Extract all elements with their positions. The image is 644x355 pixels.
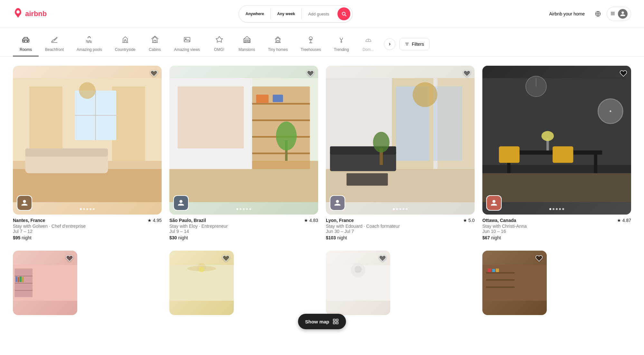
listing-card-5[interactable] <box>13 251 162 315</box>
listing-card-4[interactable]: Ottawa, Canada ★ 4.87 Stay with Christi-… <box>482 66 631 242</box>
svg-rect-81 <box>15 283 33 283</box>
wishlist-button-5[interactable] <box>66 254 73 264</box>
svg-rect-85 <box>20 277 22 282</box>
listing-card-7[interactable] <box>326 251 475 315</box>
svg-point-7 <box>24 41 24 42</box>
category-item-omg[interactable]: OMG! <box>206 32 232 56</box>
svg-rect-101 <box>492 269 495 272</box>
listing-dates-3: Jun 30 – Jul 7 <box>326 229 475 234</box>
airbnb-your-home-button[interactable]: Airbnb your home <box>545 8 589 20</box>
week-segment[interactable]: Any week <box>271 8 302 19</box>
host-avatar-4 <box>486 195 502 211</box>
beachfront-icon <box>51 36 58 45</box>
svg-rect-104 <box>336 319 338 321</box>
listing-location-4: Ottawa, Canada <box>482 218 516 223</box>
svg-rect-17 <box>245 40 246 43</box>
logo-text: airbnb <box>25 10 47 18</box>
listing-photo-4 <box>482 66 631 215</box>
svg-rect-102 <box>496 269 499 272</box>
svg-point-60 <box>413 82 438 107</box>
listing-card-2[interactable]: São Paulo, Brazil ★ 4.83 Stay with Eloy … <box>169 66 318 242</box>
beachfront-label: Beachfront <box>45 47 64 52</box>
search-bar[interactable]: Anywhere Any week Add guests <box>239 5 353 23</box>
listing-image-6 <box>169 251 234 315</box>
category-item-tiny-homes[interactable]: Tiny homes <box>261 32 294 56</box>
category-item-mansions[interactable]: Mansions <box>232 32 261 56</box>
svg-point-14 <box>185 39 186 40</box>
listings-main: Nantes, France ★ 4.95 Stay with Golwen ·… <box>0 57 644 324</box>
trending-icon <box>337 36 345 45</box>
countryside-icon <box>121 36 129 45</box>
listing-host-1: Stay with Golwen · Chef d'entreprise <box>13 224 162 229</box>
header: airbnb Anywhere Any week Add guests Airb… <box>0 0 644 28</box>
listing-location-2: São Paulo, Brazil <box>169 218 206 223</box>
listing-card-8[interactable] <box>482 251 631 315</box>
rooms-label: Rooms <box>20 47 32 52</box>
filters-label: Filters <box>412 42 424 47</box>
svg-rect-86 <box>22 277 24 282</box>
svg-rect-91 <box>169 265 234 301</box>
wishlist-button-2[interactable] <box>307 70 314 79</box>
svg-rect-18 <box>247 40 248 42</box>
svg-rect-49 <box>256 95 269 103</box>
svg-rect-72 <box>499 146 519 163</box>
listing-card-1[interactable]: Nantes, France ★ 4.95 Stay with Golwen ·… <box>13 66 162 242</box>
listing-photo-1 <box>13 66 162 215</box>
listing-photo-2 <box>169 66 318 215</box>
amazing-pools-label: Amazing pools <box>77 47 102 52</box>
category-item-domes[interactable]: Dom... <box>355 32 381 56</box>
listing-image-5 <box>13 251 77 315</box>
category-nav: Rooms Beachfront Amazing pools Countrysi… <box>0 28 644 57</box>
svg-rect-19 <box>249 40 250 43</box>
svg-rect-20 <box>277 41 279 43</box>
host-avatar-3 <box>330 195 345 211</box>
language-button[interactable] <box>592 8 604 20</box>
carousel-dots-1 <box>80 208 95 210</box>
show-map-label: Show map <box>305 319 329 324</box>
listing-card-3[interactable]: Lyon, France ★ 5.0 Stay with Edouard · C… <box>326 66 475 242</box>
svg-rect-13 <box>184 37 190 42</box>
category-item-amazing-pools[interactable]: Amazing pools <box>70 32 109 56</box>
listing-card-6[interactable] <box>169 251 318 315</box>
listing-image-4 <box>482 66 631 215</box>
listing-price-1: $95 night <box>13 235 162 240</box>
search-button[interactable] <box>337 7 350 20</box>
amazing-views-icon <box>183 36 191 45</box>
host-avatar-1 <box>17 195 32 211</box>
wishlist-button-7[interactable] <box>379 254 386 264</box>
category-item-trending[interactable]: Trending <box>327 32 355 56</box>
wishlist-button-3[interactable] <box>463 70 471 79</box>
svg-rect-55 <box>433 86 462 161</box>
mansions-label: Mansions <box>239 47 255 52</box>
location-segment[interactable]: Anywhere <box>239 8 270 19</box>
svg-rect-98 <box>486 279 515 281</box>
guests-segment[interactable]: Add guests <box>302 8 336 20</box>
category-nav-next-button[interactable] <box>384 38 395 50</box>
cabins-icon <box>151 36 159 45</box>
rooms-icon <box>22 36 30 45</box>
logo[interactable]: airbnb <box>13 8 47 20</box>
category-item-rooms[interactable]: Rooms <box>13 32 39 56</box>
category-item-cabins[interactable]: Cabins <box>142 32 168 56</box>
wishlist-button-4[interactable] <box>620 70 627 79</box>
user-menu-button[interactable] <box>607 7 631 21</box>
omg-icon <box>215 36 223 45</box>
wishlist-button-1[interactable] <box>150 70 158 79</box>
category-item-beachfront[interactable]: Beachfront <box>39 32 70 56</box>
category-item-amazing-views[interactable]: Amazing views <box>168 32 206 56</box>
location-label: Anywhere <box>245 12 264 16</box>
show-map-button[interactable]: Show map <box>298 314 346 324</box>
listing-info-3: Lyon, France ★ 5.0 Stay with Edouard · C… <box>326 215 475 242</box>
category-item-countryside[interactable]: Countryside <box>109 32 142 56</box>
svg-line-1 <box>345 15 346 16</box>
svg-rect-29 <box>13 169 162 202</box>
cabins-label: Cabins <box>149 47 161 52</box>
amazing-views-label: Amazing views <box>174 47 200 52</box>
wishlist-button-8[interactable] <box>535 254 543 264</box>
svg-rect-73 <box>553 146 573 163</box>
svg-point-37 <box>79 82 95 99</box>
filters-button[interactable]: Filters <box>399 38 430 50</box>
wishlist-button-6[interactable] <box>222 254 230 264</box>
category-item-treehouses[interactable]: Treehouses <box>294 32 327 56</box>
listing-host-3: Stay with Edouard · Coach formateur <box>326 224 475 229</box>
